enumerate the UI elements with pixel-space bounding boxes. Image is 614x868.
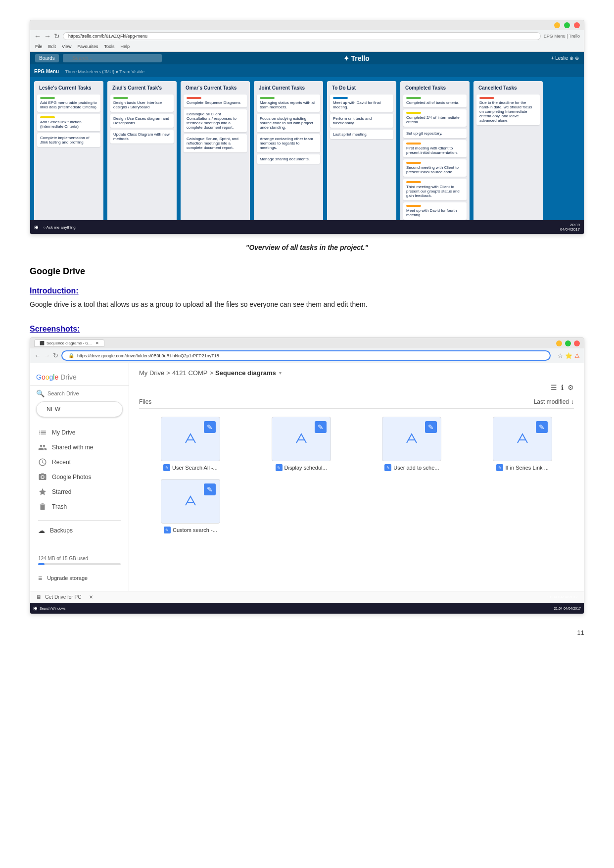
alert-icon[interactable]: ⚠	[574, 352, 580, 359]
boards-button[interactable]: Boards	[35, 54, 59, 62]
gdrive-search-input[interactable]	[47, 390, 123, 396]
sidebar-item-backups[interactable]: ☁ Backups	[38, 525, 121, 536]
sidebar-item-trash[interactable]: Trash	[30, 499, 125, 514]
info-btn[interactable]: ℹ	[561, 384, 564, 391]
gdrive-file-item[interactable]: ✎ ✎ If in Series Link ...	[471, 417, 574, 471]
gdrive-minimize-btn[interactable]	[556, 340, 562, 346]
trello-card[interactable]: Add EPG menu table padding to links data…	[37, 95, 100, 112]
gdrive-reload-btn[interactable]: ↻	[53, 352, 58, 359]
sidebar-item-google-photos[interactable]: Google Photos	[30, 470, 125, 484]
trello-list-cancelled: Cancelled Tasks Due to the deadline for …	[473, 81, 543, 220]
trello-card[interactable]: Second meeting with Client to present in…	[403, 159, 467, 177]
breadcrumb-dropdown-icon[interactable]: ▾	[279, 370, 282, 376]
sort-label[interactable]: Last modified ↓	[534, 398, 574, 405]
trello-card[interactable]: Meet up with David for final meeting.	[330, 95, 393, 112]
trello-list-leslie: Leslie's Current Tasks Add EPG menu tabl…	[34, 81, 103, 220]
trello-search-input[interactable]	[63, 54, 162, 62]
trello-card[interactable]: Manage sharing documents.	[257, 154, 320, 164]
menu-file[interactable]: File	[35, 44, 43, 49]
trello-card[interactable]: Focus on studying existing source code t…	[257, 114, 320, 132]
gdrive-forward-btn[interactable]: →	[44, 352, 50, 359]
trello-card[interactable]: Arrange contacting other team members to…	[257, 134, 320, 152]
taskbar-search[interactable]: ○ Ask me anything	[43, 225, 76, 230]
trello-card[interactable]: Complete Sequence Diagrams	[184, 95, 247, 107]
gdrive-new-btn[interactable]: NEW	[36, 401, 123, 417]
start-btn[interactable]: ⊞	[34, 225, 38, 230]
gdrive-tab[interactable]: ⬛ Sequence diagrams - G... ✕	[34, 339, 104, 347]
trello-card[interactable]: Completed all of basic criteria.	[403, 95, 467, 107]
breadcrumb-current[interactable]: Sequence diagrams	[215, 369, 276, 377]
my-drive-icon	[38, 428, 47, 437]
menu-tools[interactable]: Tools	[104, 44, 114, 49]
sort-label-text: Last modified	[534, 398, 569, 405]
trello-card[interactable]: Design basic User Interface designs / St…	[110, 95, 174, 112]
trello-card[interactable]: Perform unit tests and functionality.	[330, 114, 393, 128]
trello-lists-container: Leslie's Current Tasks Add EPG menu tabl…	[30, 77, 584, 220]
reload-icon[interactable]: ↻	[54, 32, 60, 40]
breadcrumb-comp[interactable]: 4121 COMP	[172, 369, 208, 377]
trello-caption: "Overview of all tasks in the project."	[30, 243, 584, 251]
gdrive-start-btn[interactable]: ⊞	[33, 606, 37, 611]
trello-card[interactable]: Third meeting with Client to present our…	[403, 179, 467, 200]
win-ctrl-btns	[556, 340, 580, 346]
menu-favourites[interactable]: Favourites	[77, 44, 98, 49]
file-name: User add to sche...	[393, 465, 439, 471]
gdrive-file-item[interactable]: ✎ ✎ User Search All -...	[139, 417, 242, 471]
sidebar-item-my-drive[interactable]: My Drive	[30, 425, 125, 440]
sidebar-item-starred[interactable]: Starred	[30, 484, 125, 499]
get-drive-close-icon[interactable]: ✕	[89, 594, 93, 600]
sidebar-item-recent[interactable]: Recent	[30, 455, 125, 470]
svg-rect-5	[402, 429, 422, 449]
trello-card[interactable]: Managing status reports with all team me…	[257, 95, 320, 112]
trello-screenshot: ← → ↻ https://trello.com/b/61wZQFki/epg-…	[30, 20, 584, 235]
menu-help[interactable]: Help	[120, 44, 130, 49]
gdrive-file-item[interactable]: ✎ ✎ User add to sche...	[361, 417, 464, 471]
trello-card[interactable]: Update Class Diagram with new methods	[110, 130, 174, 144]
menu-view[interactable]: View	[62, 44, 71, 49]
storage-bar	[38, 563, 121, 565]
minimize-btn[interactable]	[554, 22, 560, 28]
trello-card[interactable]: Complete implementation of Jlink testing…	[37, 133, 100, 147]
menu-edit[interactable]: Edit	[48, 44, 56, 49]
back-icon[interactable]: ←	[34, 32, 41, 40]
backups-section: ☁ Backups	[30, 516, 129, 540]
url-bar[interactable]: https://trello.com/b/61wZQFki/epg-menu	[63, 32, 541, 40]
settings-btn[interactable]: ⚙	[567, 384, 574, 391]
trello-card[interactable]: Design Use Cases diagram and Description…	[110, 114, 174, 128]
trello-card[interactable]: Catalogue all Client Consultations / res…	[184, 109, 247, 132]
get-drive-section[interactable]: 🖥 Get Drive for PC ✕	[36, 594, 93, 600]
bookmark-icon[interactable]: ☆	[558, 352, 563, 359]
breadcrumb-my-drive[interactable]: My Drive	[139, 369, 164, 377]
star-icon[interactable]: ⭐	[565, 352, 572, 359]
gdrive-url-container[interactable]: 🔒 https://drive.google.com/drive/folders…	[61, 350, 551, 361]
sidebar-item-shared[interactable]: Shared with me	[30, 440, 125, 455]
trello-card[interactable]: Last sprint meeting.	[330, 130, 393, 139]
maximize-btn[interactable]	[564, 22, 570, 28]
edit-icon: ✎	[315, 421, 327, 433]
file-thumbnail: ✎	[161, 417, 220, 461]
trello-card[interactable]: Add Series link function (Intermediate C…	[37, 114, 100, 131]
trello-card[interactable]: Completed 2/4 of Intermediate criteria.	[403, 109, 467, 127]
screenshots-heading: Screenshots:	[30, 325, 584, 334]
logo-o1: o	[42, 373, 46, 381]
trello-card[interactable]: Set up git repository.	[403, 129, 467, 138]
gdrive-back-btn[interactable]: ←	[34, 352, 41, 359]
trello-card[interactable]: Catalogue Scrum, Sprint, and reflection …	[184, 134, 247, 152]
trello-card[interactable]: Meet up with David for fourth meeting.	[403, 202, 467, 220]
logo-e: e	[54, 373, 58, 381]
gdrive-file-item[interactable]: ✎ ✎ Custom search -...	[139, 479, 242, 533]
forward-icon[interactable]: →	[44, 32, 51, 40]
trello-card[interactable]: Due to the deadline for the hand-in date…	[476, 95, 540, 125]
close-btn[interactable]	[574, 22, 580, 28]
gdrive-maximize-btn[interactable]	[565, 340, 571, 346]
gdrive-taskbar-search[interactable]: Search Windows	[40, 607, 66, 610]
gdrive-file-item[interactable]: ✎ ✎ Display schedul...	[250, 417, 353, 471]
gdrive-close-btn[interactable]	[574, 340, 580, 346]
file-label: ✎ User Search All -...	[163, 464, 218, 471]
gdrive-title-bar: ⬛ Sequence diagrams - G... ✕	[30, 338, 584, 348]
trello-card[interactable]: First meeting with Client to present ini…	[403, 140, 467, 157]
sidebar-item-upgrade[interactable]: ≡ Upgrade storage	[30, 571, 129, 585]
tab-close-icon[interactable]: ✕	[95, 341, 99, 345]
svg-rect-1	[181, 429, 200, 449]
list-view-btn[interactable]: ☰	[551, 384, 557, 391]
